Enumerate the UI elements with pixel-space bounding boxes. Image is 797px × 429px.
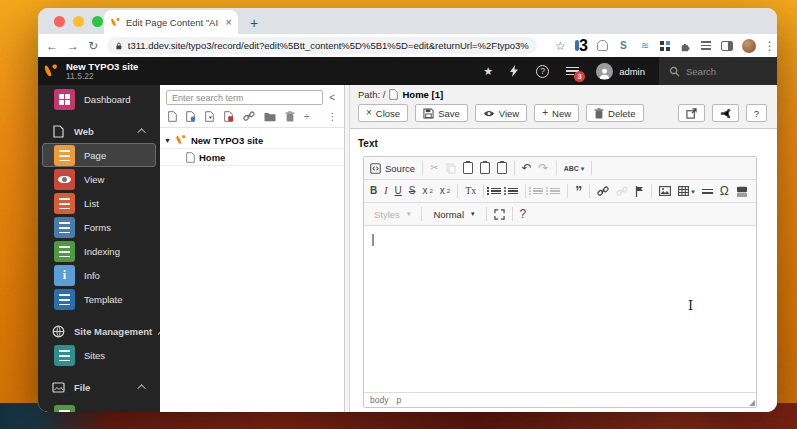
about-editor-icon[interactable]: ? [520,208,527,220]
cut-icon[interactable]: ✂ [430,163,438,173]
numbered-list-icon[interactable] [491,188,501,195]
share-button[interactable] [712,104,739,122]
anchor-flag-icon[interactable] [635,186,644,197]
sidebar-item-page[interactable]: Page [42,143,156,167]
delete-button[interactable]: Delete [586,104,643,122]
user-menu[interactable]: admin [596,63,645,80]
reload-icon[interactable]: ↻ [88,40,98,52]
paste-text-icon[interactable] [480,162,490,174]
help-icon[interactable]: ? [536,65,549,78]
copy-icon[interactable] [446,163,456,174]
subscript-icon[interactable]: x2 [422,186,432,196]
s-extension-icon[interactable]: S [617,39,630,52]
paste-icon[interactable] [463,162,473,174]
sidebar-item-view[interactable]: View [42,167,156,191]
new-spacer-icon[interactable] [224,111,234,122]
undo-icon[interactable]: ↶ [522,162,532,174]
sidebar-item-filelist-cut[interactable] [42,403,156,412]
link-icon[interactable] [243,111,255,122]
sidebar-section-site-management[interactable]: Site Management [38,319,160,343]
sidebar-item-forms[interactable]: Forms [42,215,156,239]
bookmarks-star-icon[interactable]: ★ [483,65,493,78]
close-button[interactable]: × Close [358,104,408,122]
grid-extension-icon[interactable] [659,39,672,52]
sidebar-item-template[interactable]: Template [42,287,156,311]
sidebar-item-list[interactable]: List [42,191,156,215]
tree-search-input[interactable] [166,90,323,105]
bookmark-star-icon[interactable]: ☆ [555,40,566,52]
spellcheck-icon[interactable]: ABC ▾ [564,165,585,172]
close-window-button[interactable] [54,16,65,27]
italic-icon[interactable]: I [384,186,387,196]
folder-icon[interactable] [264,112,276,122]
sidebar-item-sites[interactable]: Sites [42,343,156,367]
extensions-puzzle-icon[interactable] [680,40,692,52]
stop-page-tree-icon[interactable]: ÷ [304,111,310,122]
new-button[interactable]: + New [534,104,579,122]
new-shortcut-page-icon[interactable] [186,111,196,122]
resize-handle[interactable] [749,400,755,406]
sidebar-item-info[interactable]: i Info [42,263,156,287]
remove-format-icon[interactable]: Tx [465,186,476,196]
horizontal-rule-icon[interactable] [702,189,713,194]
sidebar-section-file[interactable]: File [38,375,160,399]
tree-node-home[interactable]: Home [160,151,344,166]
styles-dropdown[interactable]: Styles▾ [370,209,414,220]
tree-more-icon[interactable]: ⋮ [328,111,338,122]
unlink-icon[interactable] [616,186,628,197]
view-button[interactable]: View [475,104,527,122]
forward-icon[interactable]: → [67,40,79,52]
minimize-window-button[interactable] [73,16,84,27]
underline-icon[interactable]: U [395,186,402,196]
element-path-body[interactable]: body [370,395,388,405]
trash-icon[interactable] [285,111,295,122]
page-break-icon[interactable] [736,186,748,197]
search-input[interactable] [686,66,766,77]
new-mountpoint-page-icon[interactable] [205,111,215,122]
indent-icon[interactable] [550,188,560,195]
notifications-icon[interactable]: 3 [566,65,579,77]
browser-tab[interactable]: Edit Page Content "AI generate × [104,10,238,34]
new-page-icon[interactable] [168,111,177,122]
insert-image-icon[interactable] [659,186,671,196]
bold-icon[interactable]: B [370,186,377,196]
strikethrough-icon[interactable]: S [409,186,416,196]
new-tab-button[interactable]: + [250,16,258,30]
tree-node-root[interactable]: ▼ New TYPO3 site [160,134,344,149]
source-button[interactable]: Source [370,163,415,174]
back-icon[interactable]: ← [46,40,58,52]
sidebar-section-web[interactable]: Web [38,119,160,143]
layers-extension-icon[interactable]: ≋ [638,39,651,52]
browser-menu-icon[interactable]: ⋮ [764,40,776,52]
collapse-tree-icon[interactable]: < [329,92,338,103]
clear-cache-bolt-icon[interactable] [510,65,519,77]
save-button[interactable]: Save [415,104,468,122]
sidebar-item-indexing[interactable]: Indexing [42,239,156,263]
table-icon[interactable]: ▾ [678,186,695,196]
sidebar-toggle-icon[interactable] [721,39,734,52]
paste-word-icon[interactable] [497,162,507,174]
redo-icon[interactable]: ↷ [539,162,549,174]
format-dropdown[interactable]: Normal▾ [429,209,478,220]
superscript-icon[interactable]: x2 [440,186,450,196]
maximize-icon[interactable] [494,209,505,220]
insert-link-icon[interactable] [597,186,609,197]
zoom-window-button[interactable] [92,16,103,27]
extension-badge-icon[interactable]: 3 [575,39,588,52]
special-character-icon[interactable]: Ω [720,185,729,197]
address-bar[interactable]: t311.ddev.site/typo3/record/edit?edit%5B… [107,37,537,54]
rte-editing-area[interactable] [364,226,756,392]
element-path-p[interactable]: p [396,395,401,405]
topbar-search[interactable] [659,57,777,85]
bulleted-list-icon[interactable] [508,188,518,195]
open-in-new-window-button[interactable] [678,104,705,122]
sidebar-item-dashboard[interactable]: Dashboard [42,87,156,111]
ghost-extension-icon[interactable] [596,39,609,52]
typo3-brand[interactable]: New TYPO3 site 11.5.22 [38,62,160,81]
outdent-icon[interactable] [533,188,543,195]
profile-avatar[interactable] [742,39,756,53]
docheader-help-button[interactable]: ? [746,104,767,122]
playlist-extension-icon[interactable] [700,39,713,52]
expand-caret-icon[interactable]: ▼ [164,137,171,144]
tab-close-icon[interactable]: × [226,16,232,28]
